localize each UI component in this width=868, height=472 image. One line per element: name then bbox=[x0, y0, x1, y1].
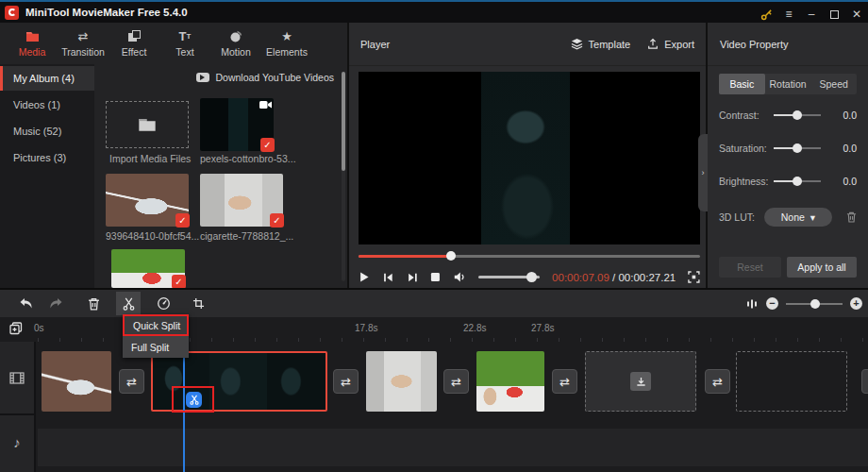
lut-label: 3D LUT: bbox=[719, 211, 755, 223]
contrast-value: 0.0 bbox=[843, 110, 857, 121]
timeline-clip-refuse[interactable] bbox=[476, 351, 544, 412]
slider-knob[interactable] bbox=[793, 143, 802, 153]
timeline-clip-cigarette[interactable] bbox=[366, 351, 437, 412]
fullscreen-icon[interactable] bbox=[688, 271, 700, 283]
sidebar-item-videos[interactable]: Videos (1) bbox=[0, 93, 94, 117]
volume-knob[interactable] bbox=[526, 272, 537, 282]
previous-frame-button[interactable] bbox=[382, 272, 394, 283]
saturation-label: Saturation: bbox=[719, 143, 774, 154]
stop-button[interactable] bbox=[430, 272, 441, 282]
video-camera-icon bbox=[259, 100, 272, 110]
selected-check-icon: ✓ bbox=[260, 138, 275, 152]
ruler-label: 0s bbox=[34, 323, 44, 333]
tab-rotation[interactable]: Rotation bbox=[765, 74, 811, 94]
transition-slot[interactable]: ⇄ bbox=[333, 369, 359, 394]
elements-star-icon: ★ bbox=[281, 29, 292, 43]
media-item-name: 939648410-0bfcf54... bbox=[106, 230, 199, 242]
clip-placeholder-download[interactable] bbox=[585, 351, 696, 412]
sidebar-item-pictures[interactable]: Pictures (3) bbox=[0, 145, 94, 170]
media-item-cigarette[interactable]: ✓ bbox=[200, 174, 283, 227]
media-item-pexels-video[interactable]: ✓ bbox=[200, 98, 274, 151]
selected-check-icon: ✓ bbox=[175, 213, 190, 228]
undo-button[interactable] bbox=[13, 292, 38, 315]
contrast-label: Contrast: bbox=[719, 110, 774, 121]
player-title: Player bbox=[360, 39, 390, 50]
transition-slot[interactable]: ⇄ bbox=[861, 369, 868, 394]
media-item-refuse-pack[interactable]: ✓ bbox=[111, 249, 185, 288]
speed-button[interactable] bbox=[151, 292, 175, 315]
template-button[interactable]: Template bbox=[571, 38, 631, 50]
minimize-button[interactable]: – bbox=[800, 4, 823, 25]
effect-icon bbox=[128, 29, 141, 43]
play-button[interactable] bbox=[359, 271, 370, 283]
lut-dropdown[interactable]: None ▾ bbox=[764, 208, 832, 227]
split-button[interactable] bbox=[116, 292, 141, 315]
timeline-zoom-slider[interactable] bbox=[786, 303, 843, 305]
menu-item-quick-split[interactable]: Quick Split bbox=[123, 314, 189, 336]
text-icon: TT bbox=[179, 29, 192, 43]
transition-slot[interactable]: ⇄ bbox=[443, 369, 469, 394]
media-scrollbar[interactable] bbox=[342, 72, 345, 281]
tab-basic[interactable]: Basic bbox=[719, 74, 765, 94]
download-youtube-link[interactable]: Download YouTube Videos bbox=[196, 72, 334, 83]
export-button[interactable]: Export bbox=[647, 38, 694, 50]
media-item-name: cigarette-7788812_... bbox=[200, 230, 293, 242]
import-media-label: Import Media Files bbox=[109, 153, 191, 164]
transition-slot[interactable]: ⇄ bbox=[119, 369, 144, 394]
sidebar-item-my-album[interactable]: My Album (4) bbox=[0, 66, 94, 91]
tab-elements[interactable]: ★ Elements bbox=[262, 25, 311, 62]
tab-effect[interactable]: Effect bbox=[109, 25, 159, 62]
sidebar-item-music[interactable]: Music (52) bbox=[0, 119, 94, 143]
fit-timeline-icon[interactable] bbox=[745, 297, 759, 311]
saturation-slider[interactable] bbox=[774, 147, 821, 149]
download-icon bbox=[630, 372, 651, 391]
transition-slot[interactable]: ⇄ bbox=[705, 369, 730, 394]
app-logo-icon bbox=[5, 6, 19, 20]
seek-knob[interactable] bbox=[446, 251, 456, 261]
reset-button[interactable]: Reset bbox=[719, 257, 781, 278]
menu-item-full-split[interactable]: Full Split bbox=[123, 336, 189, 358]
delete-button[interactable] bbox=[81, 292, 106, 315]
zoom-out-button[interactable]: − bbox=[766, 297, 778, 310]
transition-slot[interactable]: ⇄ bbox=[552, 369, 577, 394]
zoom-knob[interactable] bbox=[810, 299, 820, 309]
clip-placeholder-empty[interactable] bbox=[736, 351, 847, 412]
lut-delete-icon[interactable] bbox=[846, 211, 857, 223]
music-note-icon: ♪ bbox=[13, 434, 21, 450]
menu-icon[interactable]: ≡ bbox=[777, 4, 800, 25]
media-item-ashtray[interactable]: ✓ bbox=[106, 174, 189, 227]
zoom-in-button[interactable]: + bbox=[850, 297, 862, 310]
tab-media[interactable]: Media bbox=[8, 25, 57, 62]
redo-button[interactable] bbox=[43, 292, 68, 315]
youtube-download-icon bbox=[196, 73, 209, 82]
seek-bar[interactable] bbox=[359, 251, 700, 261]
video-track: ⇄ ⇄ ⇄ ⇄ ⇄ ⇄ bbox=[0, 351, 868, 413]
tab-transition[interactable]: ⇄ Transition bbox=[58, 25, 108, 62]
apply-to-all-button[interactable]: Apply to all bbox=[787, 257, 857, 278]
tab-text[interactable]: TT Text bbox=[160, 25, 209, 62]
volume-slider[interactable] bbox=[478, 276, 540, 278]
volume-icon[interactable] bbox=[453, 271, 466, 283]
property-tabs: Basic Rotation Speed bbox=[719, 74, 857, 94]
player-panel: Player Template Export 00:00:07.09 / 00: bbox=[347, 23, 708, 288]
template-layers-icon bbox=[571, 38, 583, 50]
brightness-label: Brightness: bbox=[719, 176, 774, 187]
tab-speed[interactable]: Speed bbox=[810, 74, 857, 94]
import-media-button[interactable] bbox=[106, 101, 189, 148]
slider-knob[interactable] bbox=[793, 177, 802, 186]
slider-knob[interactable] bbox=[793, 110, 802, 120]
music-track[interactable] bbox=[38, 429, 868, 466]
brightness-slider[interactable] bbox=[774, 180, 821, 182]
timeline-clip-ashtray[interactable] bbox=[42, 351, 111, 412]
crop-button[interactable] bbox=[186, 292, 210, 315]
add-to-timeline-icon[interactable] bbox=[8, 321, 24, 336]
contrast-slider[interactable] bbox=[774, 114, 821, 116]
maximize-button[interactable] bbox=[823, 4, 845, 25]
panel-collapse-handle[interactable]: › bbox=[698, 134, 708, 211]
license-key-icon[interactable] bbox=[755, 4, 777, 25]
tab-motion[interactable]: Motion bbox=[211, 25, 260, 62]
split-scissors-badge[interactable] bbox=[186, 392, 202, 408]
next-frame-button[interactable] bbox=[407, 272, 419, 283]
close-button[interactable]: ✕ bbox=[845, 4, 868, 25]
timeline: 0s 17.8s 22.8s 27.8s ♪ ⇄ ⇄ ⇄ ⇄ bbox=[0, 317, 868, 472]
